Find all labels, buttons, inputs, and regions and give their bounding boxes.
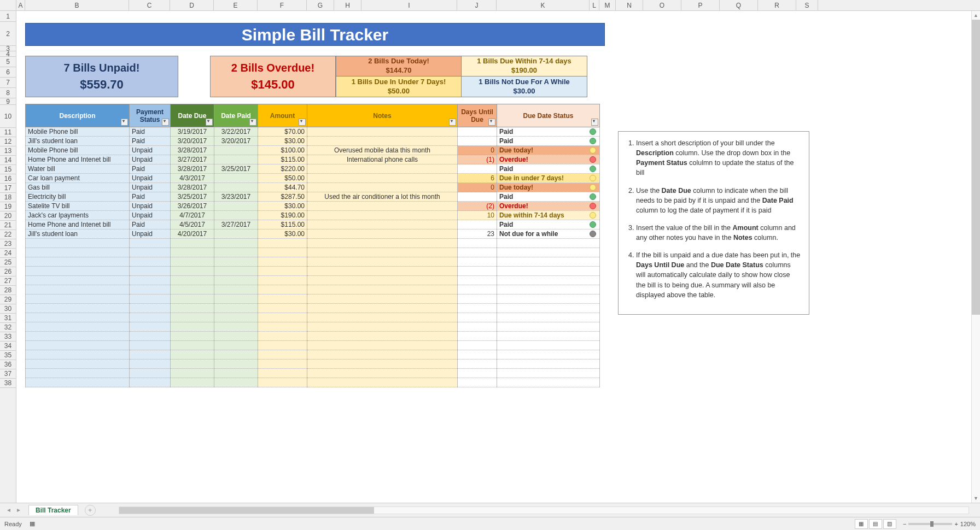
cell-paid[interactable]: 3/27/2017 bbox=[214, 220, 258, 229]
cell-empty[interactable] bbox=[307, 341, 458, 350]
cell-paid[interactable] bbox=[214, 202, 258, 211]
tab-nav-prev[interactable]: ◂ bbox=[4, 506, 13, 515]
cell-empty[interactable] bbox=[171, 304, 214, 313]
filter-dropdown-dstat[interactable] bbox=[591, 119, 598, 126]
cell-amt[interactable]: $30.00 bbox=[258, 137, 307, 146]
cell-empty[interactable] bbox=[214, 239, 258, 248]
row-header-36[interactable]: 36 bbox=[0, 360, 16, 369]
sheet-tab-active[interactable]: Bill Tracker bbox=[28, 505, 78, 515]
cell-empty[interactable] bbox=[214, 350, 258, 360]
cell-paid[interactable] bbox=[214, 146, 258, 155]
zoom-value[interactable]: 120% bbox=[960, 521, 976, 527]
cell-empty[interactable] bbox=[458, 350, 497, 360]
cell-empty[interactable] bbox=[171, 322, 214, 332]
cell-dstat[interactable]: Paid bbox=[497, 127, 600, 137]
row-header-23[interactable]: 23 bbox=[0, 239, 16, 249]
cell-empty[interactable] bbox=[258, 285, 307, 295]
cell-empty[interactable] bbox=[307, 267, 458, 276]
cell-empty[interactable] bbox=[130, 341, 171, 350]
cell-empty[interactable] bbox=[458, 322, 497, 332]
cell-dstat[interactable]: Paid bbox=[497, 192, 600, 202]
cell-notes[interactable] bbox=[307, 220, 458, 229]
cell-paid[interactable] bbox=[214, 211, 258, 220]
cell-empty[interactable] bbox=[497, 267, 600, 276]
cell-empty[interactable] bbox=[497, 369, 600, 378]
cell-empty[interactable] bbox=[258, 257, 307, 267]
filter-dropdown-due[interactable] bbox=[206, 119, 213, 126]
cell-empty[interactable] bbox=[458, 267, 497, 276]
row-header-37[interactable]: 37 bbox=[0, 369, 16, 379]
cell-empty[interactable] bbox=[258, 295, 307, 304]
cell-due[interactable]: 4/7/2017 bbox=[171, 211, 214, 220]
row-header-26[interactable]: 26 bbox=[0, 267, 16, 276]
cell-empty[interactable] bbox=[258, 276, 307, 285]
cell-status[interactable]: Paid bbox=[130, 192, 171, 202]
cell-empty[interactable] bbox=[214, 369, 258, 378]
cell-empty[interactable] bbox=[258, 239, 307, 248]
cell-status[interactable]: Unpaid bbox=[130, 174, 171, 183]
cell-empty[interactable] bbox=[458, 276, 497, 285]
cell-dstat[interactable]: Not due for a while bbox=[497, 229, 600, 239]
scroll-up-arrow[interactable]: ▲ bbox=[972, 11, 980, 20]
row-header-35[interactable]: 35 bbox=[0, 351, 16, 360]
cell-empty[interactable] bbox=[171, 350, 214, 360]
cell-dstat[interactable]: Due today! bbox=[497, 146, 600, 155]
col-header-A[interactable]: A bbox=[16, 0, 25, 10]
cell-amt[interactable]: $50.00 bbox=[258, 174, 307, 183]
select-all-corner[interactable] bbox=[0, 0, 16, 11]
table-row[interactable]: Jill's student loanUnpaid4/20/2017$30.00… bbox=[26, 229, 600, 239]
cell-due[interactable]: 3/28/2017 bbox=[171, 146, 214, 155]
table-row[interactable]: Car loan paymentUnpaid4/3/2017$50.006Due… bbox=[26, 174, 600, 183]
filter-dropdown-amt[interactable] bbox=[299, 119, 306, 126]
row-header-2[interactable]: 2 bbox=[0, 22, 16, 46]
col-header-K[interactable]: K bbox=[497, 0, 590, 10]
cell-empty[interactable] bbox=[130, 369, 171, 378]
cell-paid[interactable] bbox=[214, 229, 258, 239]
row-header-33[interactable]: 33 bbox=[0, 332, 16, 341]
cell-empty[interactable] bbox=[171, 378, 214, 387]
table-row[interactable]: Jill's student loanPaid3/20/20173/20/201… bbox=[26, 137, 600, 146]
table-row-empty[interactable] bbox=[26, 239, 600, 248]
cell-empty[interactable] bbox=[214, 248, 258, 257]
table-row-empty[interactable] bbox=[26, 267, 600, 276]
col-header-F[interactable]: F bbox=[258, 0, 307, 10]
cell-empty[interactable] bbox=[130, 257, 171, 267]
cell-status[interactable]: Unpaid bbox=[130, 211, 171, 220]
cell-notes[interactable]: Overused mobile data this month bbox=[307, 146, 458, 155]
cell-desc[interactable]: Electricity bill bbox=[26, 192, 130, 202]
cell-empty[interactable] bbox=[171, 248, 214, 257]
col-header-Q[interactable]: Q bbox=[720, 0, 758, 10]
cell-empty[interactable] bbox=[130, 322, 171, 332]
col-header-M[interactable]: M bbox=[599, 0, 616, 10]
cell-empty[interactable] bbox=[26, 332, 130, 341]
col-header-desc[interactable]: Description bbox=[26, 104, 130, 127]
cell-empty[interactable] bbox=[458, 257, 497, 267]
row-header-24[interactable]: 24 bbox=[0, 249, 16, 258]
cell-empty[interactable] bbox=[130, 350, 171, 360]
cell-empty[interactable] bbox=[497, 257, 600, 267]
cell-empty[interactable] bbox=[497, 378, 600, 387]
cell-empty[interactable] bbox=[214, 257, 258, 267]
cell-empty[interactable] bbox=[130, 276, 171, 285]
row-header-28[interactable]: 28 bbox=[0, 286, 16, 295]
table-row-empty[interactable] bbox=[26, 341, 600, 350]
row-header-1[interactable]: 1 bbox=[0, 11, 16, 22]
row-header-9[interactable]: 9 bbox=[0, 98, 16, 105]
cell-empty[interactable] bbox=[26, 248, 130, 257]
cell-empty[interactable] bbox=[171, 267, 214, 276]
cell-paid[interactable]: 3/25/2017 bbox=[214, 164, 258, 174]
cell-notes[interactable] bbox=[307, 183, 458, 192]
col-header-N[interactable]: N bbox=[616, 0, 643, 10]
row-header-38[interactable]: 38 bbox=[0, 379, 16, 388]
cell-empty[interactable] bbox=[171, 341, 214, 350]
cell-days[interactable]: 23 bbox=[458, 229, 497, 239]
cell-empty[interactable] bbox=[171, 285, 214, 295]
cell-dstat[interactable]: Paid bbox=[497, 164, 600, 174]
bill-table[interactable]: DescriptionPayment StatusDate DueDate Pa… bbox=[25, 104, 600, 387]
cell-empty[interactable] bbox=[26, 350, 130, 360]
row-header-29[interactable]: 29 bbox=[0, 295, 16, 304]
cell-empty[interactable] bbox=[171, 295, 214, 304]
cell-notes[interactable] bbox=[307, 127, 458, 137]
cell-empty[interactable] bbox=[307, 248, 458, 257]
macro-record-icon[interactable]: ▦ bbox=[30, 520, 35, 527]
